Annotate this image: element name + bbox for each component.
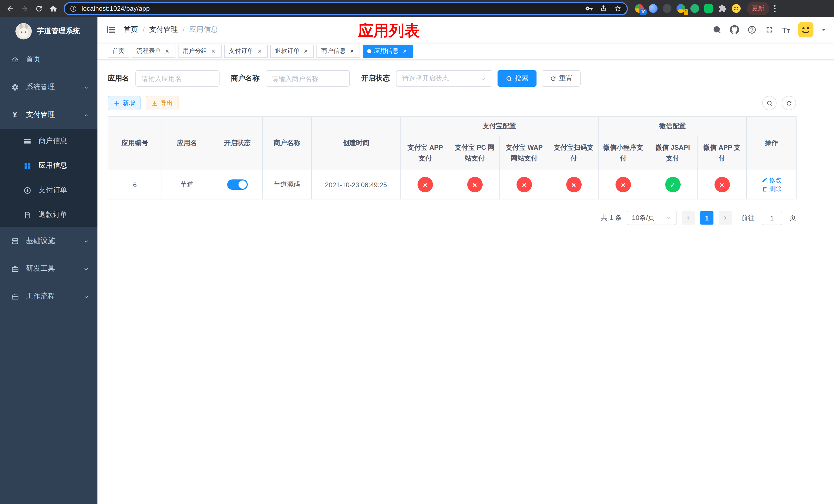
sidebar-item-merchant-info[interactable]: 商户信息 bbox=[0, 129, 97, 153]
fullscreen-icon[interactable] bbox=[765, 25, 774, 35]
address-bar[interactable]: localhost:1024/pay/app bbox=[64, 2, 628, 15]
browser-reload-icon[interactable] bbox=[32, 2, 46, 15]
sidebar-item-dev-tools[interactable]: 研发工具 bbox=[0, 255, 97, 282]
toolbox-icon bbox=[10, 265, 20, 273]
extension-icon-6[interactable] bbox=[704, 4, 713, 13]
table-row: 6 芋道 芋道源码 2021-10-23 08:49:25 × × × × × … bbox=[108, 170, 796, 199]
extension-badge-1: 10 bbox=[640, 9, 647, 15]
status-toggle[interactable] bbox=[227, 180, 247, 190]
site-info-icon[interactable] bbox=[70, 5, 77, 12]
close-icon[interactable]: × bbox=[302, 47, 309, 54]
tab-pay-orders[interactable]: 支付订单× bbox=[224, 44, 268, 58]
sidebar-item-refund-orders[interactable]: 退款订单 bbox=[0, 203, 97, 227]
sidebar-item-label: 应用信息 bbox=[39, 161, 67, 170]
reset-button[interactable]: 重置 bbox=[542, 70, 580, 87]
sidebar-item-workflow[interactable]: 工作流程 bbox=[0, 282, 97, 310]
credit-card-icon bbox=[23, 137, 32, 145]
toggle-search-button[interactable] bbox=[762, 96, 776, 110]
close-icon[interactable]: × bbox=[210, 47, 217, 54]
add-button-label: 新增 bbox=[123, 99, 135, 108]
extensions-area: 10 1 bbox=[635, 4, 741, 13]
status-label: 开启状态 bbox=[361, 74, 390, 83]
top-navbar: 首页 / 支付管理 / 应用信息 应用列表 TT bbox=[97, 17, 834, 43]
screen: localhost:1024/pay/app 10 1 更新 芋道管 bbox=[0, 0, 834, 504]
avatar-caret-icon[interactable] bbox=[822, 29, 826, 33]
browser-home-icon[interactable] bbox=[47, 2, 60, 15]
extension-icon-1[interactable]: 10 bbox=[635, 4, 644, 13]
page-size-select[interactable]: 10条/页 bbox=[627, 211, 677, 225]
col-wx-mini: 微信小程序支付 bbox=[598, 136, 648, 170]
col-merchant: 商户名称 bbox=[262, 117, 312, 170]
sidebar-item-system[interactable]: 系统管理 bbox=[0, 73, 97, 101]
sidebar-item-pay-orders[interactable]: 支付订单 bbox=[0, 178, 97, 203]
close-icon[interactable]: × bbox=[348, 47, 355, 54]
export-button[interactable]: 导出 bbox=[146, 96, 178, 110]
delete-label: 删除 bbox=[769, 185, 782, 193]
col-app-name: 应用名 bbox=[162, 117, 212, 170]
extension-icon-4[interactable]: 1 bbox=[677, 4, 685, 13]
workflow-icon bbox=[10, 292, 20, 300]
tab-refund-orders[interactable]: 退款订单× bbox=[270, 44, 314, 58]
font-size-icon[interactable]: TT bbox=[782, 26, 790, 33]
active-dot bbox=[367, 49, 371, 53]
hamburger-icon[interactable] bbox=[106, 25, 116, 35]
refresh-table-button[interactable] bbox=[782, 96, 796, 110]
prev-page-button[interactable] bbox=[682, 211, 695, 225]
add-button[interactable]: 新增 bbox=[108, 96, 140, 110]
browser-menu-icon[interactable] bbox=[774, 5, 775, 12]
status-select[interactable]: 请选择开启状态 bbox=[396, 70, 492, 87]
edit-link[interactable]: 修改 bbox=[762, 176, 782, 184]
close-icon[interactable]: × bbox=[163, 47, 171, 54]
bookmark-star-icon[interactable] bbox=[614, 5, 622, 12]
url-text[interactable]: localhost:1024/pay/app bbox=[82, 5, 585, 12]
extension-icon-2[interactable] bbox=[649, 4, 658, 13]
sidebar-item-home[interactable]: 首页 bbox=[0, 46, 97, 73]
share-icon[interactable] bbox=[599, 5, 607, 12]
breadcrumb-separator: / bbox=[142, 26, 145, 34]
col-alipay-qr: 支付宝扫码支付 bbox=[549, 136, 598, 170]
search-button[interactable]: 搜索 bbox=[498, 70, 536, 87]
close-icon[interactable]: × bbox=[256, 47, 263, 54]
table-toolbar: 新增 导出 bbox=[108, 96, 796, 110]
tab-merchant-info[interactable]: 商户信息× bbox=[316, 44, 360, 58]
browser-forward-icon[interactable] bbox=[18, 2, 31, 15]
search-button-label: 搜索 bbox=[515, 74, 528, 83]
group-alipay-config: 支付宝配置 bbox=[400, 117, 598, 136]
tab-home[interactable]: 首页 bbox=[108, 44, 129, 58]
chevron-down-icon bbox=[83, 238, 89, 244]
search-icon[interactable] bbox=[712, 25, 721, 35]
sidebar-item-label: 退款订单 bbox=[39, 210, 67, 220]
close-icon[interactable]: × bbox=[401, 47, 408, 54]
github-icon[interactable] bbox=[730, 25, 739, 35]
browser-back-icon[interactable] bbox=[4, 2, 17, 15]
merchant-name-input-wrap bbox=[266, 70, 350, 87]
browser-update-button[interactable]: 更新 bbox=[747, 2, 769, 15]
extension-icon-5[interactable] bbox=[690, 4, 699, 13]
breadcrumb-payment[interactable]: 支付管理 bbox=[149, 25, 178, 35]
chevron-down-icon bbox=[665, 215, 672, 221]
extension-icon-3[interactable] bbox=[663, 4, 672, 13]
page-number-current[interactable]: 1 bbox=[700, 211, 714, 225]
goto-page-input[interactable] bbox=[762, 211, 782, 225]
tab-app-info[interactable]: 应用信息× bbox=[363, 44, 413, 58]
help-icon[interactable] bbox=[747, 25, 756, 35]
sidebar-item-infrastructure[interactable]: 基础设施 bbox=[0, 227, 97, 255]
delete-link[interactable]: 删除 bbox=[762, 185, 782, 193]
sidebar-item-payment[interactable]: ¥ 支付管理 bbox=[0, 101, 97, 129]
merchant-name-input[interactable] bbox=[272, 75, 344, 82]
sidebar-item-app-info[interactable]: 应用信息 bbox=[0, 153, 97, 178]
profile-avatar-icon[interactable] bbox=[732, 4, 741, 13]
wx-jsapi-status-icon: ✓ bbox=[665, 177, 680, 192]
filter-form: 应用名 商户名称 开启状态 请选择开启状态 搜索 bbox=[108, 70, 796, 87]
extensions-puzzle-icon[interactable] bbox=[718, 4, 727, 13]
next-page-button[interactable] bbox=[719, 211, 732, 225]
chevron-up-icon bbox=[83, 112, 89, 118]
user-avatar[interactable] bbox=[798, 22, 813, 38]
password-key-icon[interactable] bbox=[585, 5, 593, 12]
breadcrumb-home[interactable]: 首页 bbox=[124, 25, 138, 35]
app-logo[interactable]: 芋道管理系统 bbox=[0, 17, 97, 46]
tab-process-form[interactable]: 流程表单× bbox=[132, 44, 175, 58]
tab-user-group[interactable]: 用户分组× bbox=[178, 44, 222, 58]
app-name-input[interactable] bbox=[141, 75, 213, 82]
app-title: 芋道管理系统 bbox=[37, 27, 80, 36]
